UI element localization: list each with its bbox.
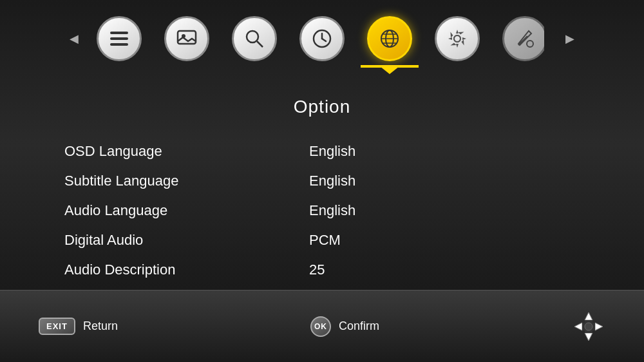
page-title: Option [64,97,580,117]
nav-right-arrow[interactable]: ▶ [560,10,580,68]
confirm-action[interactable]: OK Confirm [310,316,379,337]
exit-badge: EXIT [39,318,75,335]
options-list: OSD LanguageEnglishSubtitle LanguageEngl… [64,137,580,285]
option-row[interactable]: Audio LanguageEnglish [64,196,580,225]
nav-item-image[interactable] [155,10,219,68]
svg-point-5 [247,31,258,43]
option-value: English [309,143,355,160]
nav-item-tools[interactable] [493,10,557,68]
search-icon [232,16,277,61]
option-value: English [309,202,355,219]
svg-marker-21 [595,323,603,330]
settings-icon [435,16,480,61]
nav-item-search[interactable] [222,10,287,68]
svg-line-6 [257,41,263,47]
option-value: English [309,173,355,189]
option-row[interactable]: Subtitle LanguageEnglish [64,166,580,196]
bottom-bar: EXIT Return OK Confirm [0,290,644,362]
clock-icon [299,16,345,61]
image-icon [164,16,209,61]
confirm-label: Confirm [339,319,379,333]
option-row[interactable]: Audio Description25 [64,255,580,285]
nav-item-list[interactable] [87,10,151,68]
svg-point-24 [585,323,592,330]
option-label: Digital Audio [64,232,309,249]
option-label: Audio Language [64,202,309,219]
svg-point-16 [454,35,460,42]
nav-item-settings[interactable] [425,10,489,68]
option-row[interactable]: Digital AudioPCM [64,225,580,255]
svg-marker-19 [585,333,592,341]
content-section: Option OSD LanguageEnglishSubtitle Langu… [0,84,644,298]
svg-marker-18 [585,312,592,320]
option-label: Audio Description [64,262,309,278]
nav-bar: ◀▶ [0,0,644,77]
svg-rect-1 [110,37,128,40]
tools-icon [502,16,547,61]
option-row[interactable]: OSD LanguageEnglish [64,137,580,166]
option-label: Subtitle Language [64,173,309,189]
option-label: OSD Language [64,143,309,160]
svg-rect-2 [110,43,128,46]
ok-badge: OK [310,316,331,337]
main-content: ◀▶ Option OSD LanguageEnglishSubtitle La… [0,0,644,290]
nav-left-arrow[interactable]: ◀ [64,10,84,68]
return-action[interactable]: EXIT Return [39,318,118,335]
nav-item-clock[interactable] [290,10,354,68]
dpad-icon[interactable] [572,310,605,343]
option-value: 25 [309,262,325,278]
globe-icon [367,16,412,61]
return-label: Return [83,319,118,333]
svg-rect-3 [178,31,196,44]
list-icon [97,16,142,61]
svg-rect-0 [110,32,128,34]
svg-marker-20 [574,323,582,330]
option-value: PCM [309,232,341,249]
svg-line-9 [322,39,326,41]
svg-point-17 [527,41,533,47]
nav-item-globe[interactable] [357,10,422,68]
